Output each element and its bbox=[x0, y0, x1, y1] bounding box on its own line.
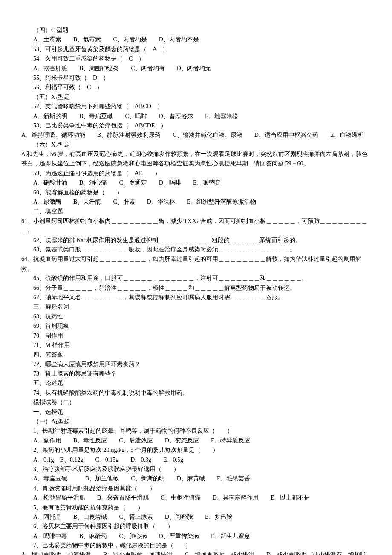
document-line: 5、兼有改善肾功能的抗休克药是（ ） bbox=[21, 503, 371, 512]
document-line: A、吗啡中毒 B、麻醉药 C、肺心病 D、严重传染病 E、新生儿窒息 bbox=[21, 532, 371, 541]
document-line: 72、哪些病人应慎用或禁用四环素类药？ bbox=[21, 360, 371, 369]
document-line: Δ 和先生，56 岁，有高血压及冠心病史，近期心绞痛发作较频繁，在一次观看足球比… bbox=[21, 150, 371, 169]
document-line: 62、呋塞米的排 Na⁺利尿作用的发生是通过抑制＿＿＿＿＿＿＿＿＿粗段的＿＿＿＿… bbox=[21, 236, 371, 245]
document-line: 五、论述题 bbox=[21, 379, 371, 388]
document-line: A、新斯的明 B、毒扁豆碱 C、吗啡 D、普萘洛尔 E、地塞米松 bbox=[21, 112, 371, 121]
document-line: （四）C 型题 bbox=[21, 26, 371, 35]
document-line: 54、久用可致二重感染的药物是（ C ） bbox=[21, 54, 371, 64]
document-line: 4、胃肠绞痛时用阿托品治疗是因其能（ ） bbox=[21, 484, 371, 493]
document-line: A、副作用 B、毒性反应 C、后遗效应 D、变态反应 E、特异质反应 bbox=[21, 436, 371, 445]
document-line: （五）X₁型题 bbox=[21, 92, 371, 102]
document-line: 58、巴比妥类争性中毒的治疗包括（ ABCDE ） bbox=[21, 121, 371, 130]
document-line: A、增加再吸收、加速排泄 B、减少再吸收、加速排泄 C、增加再吸收、减少排泄 D… bbox=[21, 550, 371, 555]
document-line: A、维持呼吸、循环功能 B、静脉注射强效利尿药 C、输液并碱化血液、尿液 D、适… bbox=[21, 130, 371, 140]
document-line: 3、治疗腹部手术后肠麻痹及膀胱麻痹最好选用（ ） bbox=[21, 465, 371, 474]
document-line: A、0.1g B、0.12g C、0.15g D、0.3g E、0.5g bbox=[21, 455, 371, 465]
document-line: A、损害肝脏 B、周围神经炎 C、两者均有 D、两者均无 bbox=[21, 64, 371, 73]
document-line: 6、洛贝林主要用于何种原因引起的呼吸抑制（ ） bbox=[21, 522, 371, 531]
document-line: 1、长期注射链霉素引起的眩晕、耳鸣等，属于药物的何种不良反应（ ） bbox=[21, 426, 371, 436]
document-line: 66、分子量＿＿＿＿＿，脂溶性＿＿＿＿＿，极性＿＿＿＿和＿＿＿＿＿解离型药物易于… bbox=[21, 283, 371, 293]
document-line: 67、硝苯地平又名＿＿＿＿＿＿＿，其缓释或控释制剂应叮嘱病人服用时需＿＿＿＿＿＿… bbox=[21, 293, 371, 302]
document-line: 三、解释名词 bbox=[21, 302, 371, 312]
document-line: 7、巴比妥类药物中毒的解救中，碱化尿液的目的是（ ） bbox=[21, 541, 371, 550]
document-line: 57、支气管哮喘禁用下列哪些药物（ ABCD ） bbox=[21, 102, 371, 111]
document-line: 四、简答题 bbox=[21, 350, 371, 359]
document-line: 55、阿米卡星可致（ D ） bbox=[21, 73, 371, 83]
document-line: 73、肾上腺素的禁忌证有哪些？ bbox=[21, 369, 371, 379]
document-line: 模拟试卷（二） bbox=[21, 398, 371, 407]
document-line: （六）X₂型题 bbox=[21, 140, 371, 150]
document-line: （一）A₁型题 bbox=[21, 417, 371, 426]
document-line: 59、为迅速止痛可供选用的药物是（ AE ） bbox=[21, 169, 371, 178]
document-line: 71、M 样作用 bbox=[21, 341, 371, 350]
document-line: A、阿托品 B、山莨菪碱 C、肾上腺素 D、间羟胺 E、多巴胺 bbox=[21, 512, 371, 522]
document-line: 56、利福平可致（ C ） bbox=[21, 83, 371, 92]
document-line: 53、可引起儿童牙齿黄染及龋齿的药物是（ A ） bbox=[21, 45, 371, 54]
document-line: 68、抗药性 bbox=[21, 312, 371, 321]
document-line: 2、某药的小儿用量是每次 20mg/kg，5 个月的婴儿每次剂量是（ ） bbox=[21, 445, 371, 455]
document-line: A、尿激酶 B、去纤酶 C、肝素 D、华法林 E、组织型纤溶酶原激活物 bbox=[21, 197, 371, 207]
document-line: 64、抗凝血药用量过大可引起＿＿＿＿＿＿＿＿，如为肝素过量引起的可用＿＿＿＿＿＿… bbox=[21, 254, 371, 274]
document-line: A、硝酸甘油 B、消心痛 C、罗通定 D、吗啡 E、哌替啶 bbox=[21, 178, 371, 188]
document-line: 60、能溶解血栓的药物是（ ） bbox=[21, 188, 371, 197]
document-line: 63、氨基甙类口服＿＿＿＿＿＿＿＿吸收，因此在治疗全身感染时必须＿＿＿＿＿＿＿＿… bbox=[21, 245, 371, 254]
document-line: A、土霉素 B、氯霉素 C、两者均是 D、两者均不是 bbox=[21, 35, 371, 44]
document-line: A、松弛胃肠平滑肌 B、兴奋胃肠平滑肌 C、中枢性镇痛 D、具有麻醉作用 E、以… bbox=[21, 493, 371, 503]
document-line: A、毒扁豆碱 B、加兰他敏 C、新斯的明 D、麻黄碱 E、毛果芸香 bbox=[21, 474, 371, 483]
document-line: 74、从有机磷酸酯类农药的中毒机制说明中毒的解救用药。 bbox=[21, 388, 371, 398]
document-line: 一、选择题 bbox=[21, 408, 371, 417]
document-line: 69、首剂现象 bbox=[21, 321, 371, 331]
document-line: 70、副作用 bbox=[21, 331, 371, 341]
document-line: 61、小剂量阿司匹林抑制血小板内＿＿＿＿＿＿＿＿酶，减少 TXA₂ 合成，因而可… bbox=[21, 217, 371, 236]
document-line: 二、填空题 bbox=[21, 207, 371, 216]
document-line: 65、硫酸镁的作用和用途，口服可＿＿＿＿＿、＿＿＿＿＿＿，注射可＿＿＿＿＿＿＿和… bbox=[21, 274, 371, 283]
